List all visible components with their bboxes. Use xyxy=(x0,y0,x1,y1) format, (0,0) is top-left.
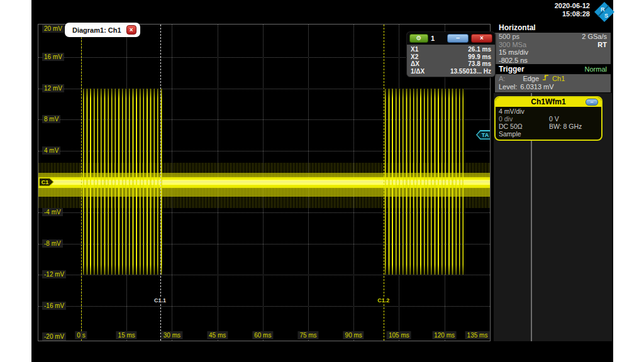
ch1wfm1-badge[interactable]: Ch1Wfm1 – 4 mV/div 0 div 0 V DC 50Ω BW: … xyxy=(494,96,602,141)
x-axis-tick-label: 45 ms xyxy=(207,331,228,339)
date-text: 2020-06-12 xyxy=(503,2,590,10)
y-axis-tick-label: -16 mV xyxy=(42,302,66,310)
time-text: 15:08:28 xyxy=(503,10,590,18)
trigger-position-line[interactable] xyxy=(81,25,82,341)
x-axis-tick-label: 75 ms xyxy=(297,331,318,339)
cursor-line[interactable] xyxy=(160,25,161,341)
y-axis-tick-label: 16 mV xyxy=(42,53,64,61)
cursor-x1-value: 26.1 ms xyxy=(468,46,491,53)
trigger-event-label: A: xyxy=(499,75,505,83)
x-axis-tick-label: 0 s xyxy=(75,331,87,339)
cursor-results-box[interactable]: ⚙ 1 – × X126.1 ms X299.9 ms ΔX73.8 ms 1/… xyxy=(406,31,496,77)
trigger-armed-marker: TA xyxy=(476,130,491,140)
trigger-mode: Normal xyxy=(585,65,607,73)
y-axis-tick-label: 8 mV xyxy=(42,115,60,123)
y-axis-tick-label: -12 mV xyxy=(42,270,66,278)
datetime-display: 2020-06-12 15:08:28 xyxy=(503,2,590,18)
cursor-dx-label: ΔX xyxy=(411,60,419,68)
horizontal-panel[interactable]: Horizontal 500 ps 2 GSa/s 300 MSa RT 15 … xyxy=(495,23,611,92)
svg-text:S: S xyxy=(604,13,608,19)
cursor-freq-label: 1/ΔX xyxy=(411,68,425,75)
x-axis-tick-label: 120 ms xyxy=(432,331,457,339)
gridline-horizontal xyxy=(38,275,490,275)
cursor-results-header: ⚙ 1 – × xyxy=(407,32,495,45)
x-axis-tick-label: 15 ms xyxy=(116,331,137,339)
trigger-source: Ch1 xyxy=(552,75,565,83)
ch1-coupling: DC 50Ω xyxy=(499,123,549,130)
cursor-freq-value: 13.55013... Hz xyxy=(450,68,491,75)
horizontal-scale: 15 ms/div xyxy=(499,48,528,57)
y-axis-tick-label: 20 mV xyxy=(42,25,64,33)
x-axis-tick-label: 105 ms xyxy=(387,331,411,339)
ch1wfm1-minimize-button[interactable]: – xyxy=(586,99,598,106)
diagram-tab[interactable]: Diagram1: Ch1 × xyxy=(65,23,140,37)
ch1wfm1-title: Ch1Wfm1 xyxy=(531,97,565,106)
trigger-type: Edge xyxy=(523,75,539,83)
cursor-x2-label: X2 xyxy=(411,53,418,61)
trigger-level-label: Level: xyxy=(499,83,517,91)
cursor-x1-label: X1 xyxy=(411,46,418,53)
y-axis-tick-label: 12 mV xyxy=(42,84,64,92)
cursor-minimize-button[interactable]: – xyxy=(447,34,469,43)
gridline-zero-volt xyxy=(38,182,490,182)
ch1-bandwidth: BW: 8 GHz xyxy=(549,123,582,130)
horizontal-record-length: 300 MSa xyxy=(499,41,526,49)
cursor-line-label: C1.2 xyxy=(376,297,391,304)
rohde-schwarz-logo-icon: R S xyxy=(594,1,615,23)
trigger-level-value: 6.0313 mV xyxy=(520,83,553,91)
gridline-horizontal xyxy=(38,306,490,307)
horizontal-sample-rate: 2 GSa/s xyxy=(582,33,607,41)
cursor-x2-value: 99.9 ms xyxy=(468,53,491,61)
cursor-close-button[interactable]: × xyxy=(471,34,492,43)
horizontal-acquisition-mode: RT xyxy=(597,41,607,49)
ch1-position: 0 div xyxy=(499,115,549,123)
diagram-tab-label: Diagram1: Ch1 xyxy=(72,26,121,34)
cursor-set-index: 1 xyxy=(431,35,445,42)
y-axis-tick-label: -20 mV xyxy=(42,332,66,341)
ch1-offset: 0 V xyxy=(549,115,559,123)
y-axis-tick-label: -8 mV xyxy=(42,239,63,248)
horizontal-panel-title: Horizontal xyxy=(499,23,536,32)
ch1-scale: 4 mV/div xyxy=(499,107,598,115)
ch1-decimation-mode: Sample xyxy=(499,130,598,138)
channel1-offset-marker[interactable]: C1 xyxy=(38,177,54,187)
y-axis-tick-label: -4 mV xyxy=(42,208,63,216)
horizontal-resolution: 500 ps xyxy=(499,33,519,41)
diagram-close-button[interactable]: × xyxy=(126,25,136,35)
x-axis-tick-label: 60 ms xyxy=(252,331,273,339)
horizontal-position: -802.5 ns xyxy=(499,57,528,65)
trigger-panel-title: Trigger xyxy=(499,65,525,74)
rising-edge-icon xyxy=(542,74,549,83)
cursor-line-label: C1.1 xyxy=(153,297,167,304)
cursor-line[interactable] xyxy=(384,25,384,341)
signal-bar: Ch1Wfm1 – 4 mV/div 0 div 0 V DC 50Ω BW: … xyxy=(494,93,612,341)
cursor-settings-button[interactable]: ⚙ xyxy=(409,34,428,43)
cursor-dx-value: 73.8 ms xyxy=(468,60,491,68)
oscilloscope-screen: 2020-06-12 15:08:28 R S Diagram1: Ch1 × … xyxy=(0,0,644,362)
x-axis-tick-label: 135 ms xyxy=(465,331,490,339)
cursor-results-body: X126.1 ms X299.9 ms ΔX73.8 ms 1/ΔX13.550… xyxy=(407,45,495,77)
svg-text:R: R xyxy=(601,6,605,13)
x-axis-tick-label: 30 ms xyxy=(162,331,182,339)
y-axis-tick-label: 4 mV xyxy=(42,146,60,155)
x-axis-tick-label: 90 ms xyxy=(343,331,364,339)
